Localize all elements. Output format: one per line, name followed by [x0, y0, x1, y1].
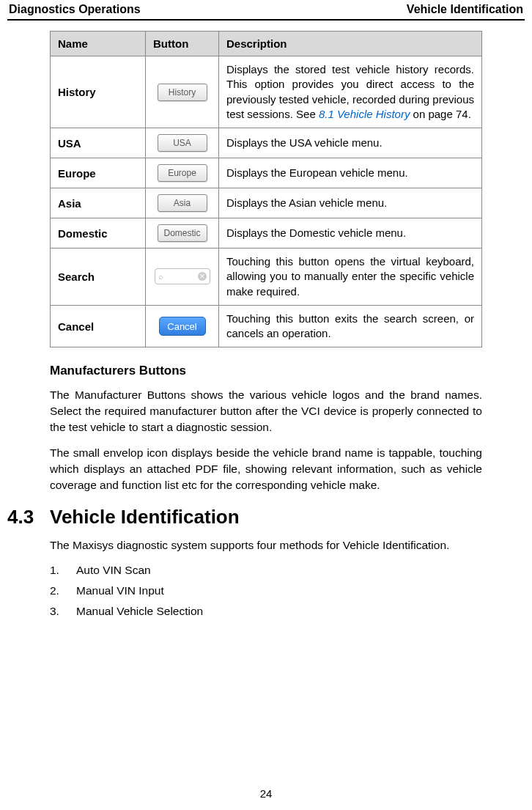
search-field-button[interactable]: ⌕✕	[155, 268, 210, 284]
section-title: Vehicle Identification	[50, 506, 240, 529]
vehicle-id-intro: The Maxisys diagnostic system supports f…	[50, 537, 482, 553]
list-item: 1.Auto VIN Scan	[50, 564, 482, 577]
row-button-cell: Europe	[146, 158, 219, 188]
list-item-text: Manual Vehicle Selection	[76, 605, 203, 618]
row-name: History	[51, 56, 146, 128]
asia-button[interactable]: Asia	[158, 194, 207, 212]
row-button-cell: Cancel	[146, 305, 219, 347]
manufacturers-paragraph-1: The Manufacturer Buttons shows the vario…	[50, 387, 482, 435]
usa-button[interactable]: USA	[158, 134, 207, 152]
row-name: Search	[51, 248, 146, 306]
list-item-text: Manual VIN Input	[76, 584, 164, 597]
table-row: EuropeEuropeDisplays the European vehicl…	[51, 158, 482, 188]
row-description: Touching this button opens the virtual k…	[219, 248, 482, 306]
row-description: Displays the Domestic vehicle menu.	[219, 218, 482, 248]
row-description: Displays the Asian vehicle menu.	[219, 188, 482, 218]
list-item: 2.Manual VIN Input	[50, 584, 482, 597]
table-header-row: Name Button Description	[51, 32, 482, 56]
row-button-cell: ⌕✕	[146, 248, 219, 306]
row-button-cell: History	[146, 56, 219, 128]
row-description: Displays the European vehicle menu.	[219, 158, 482, 188]
section-heading: 4.3 Vehicle Identification	[7, 506, 482, 529]
row-name: Cancel	[51, 305, 146, 347]
row-description: Displays the stored test vehicle history…	[219, 56, 482, 128]
table-row: HistoryHistoryDisplays the stored test v…	[51, 56, 482, 128]
list-item-number: 2.	[50, 584, 76, 597]
row-name: Europe	[51, 158, 146, 188]
list-item-text: Auto VIN Scan	[76, 564, 151, 577]
row-description: Displays the USA vehicle menu.	[219, 128, 482, 158]
domestic-button[interactable]: Domestic	[158, 224, 207, 242]
list-item-number: 3.	[50, 605, 76, 618]
th-description: Description	[219, 32, 482, 56]
table-row: DomesticDomesticDisplays the Domestic ve…	[51, 218, 482, 248]
identification-methods-list: 1.Auto VIN Scan2.Manual VIN Input3.Manua…	[50, 564, 482, 618]
search-icon: ⌕	[158, 272, 163, 281]
manufacturers-paragraph-2: The small envelop icon displays beside t…	[50, 445, 482, 493]
list-item-number: 1.	[50, 564, 76, 577]
table-row: USAUSADisplays the USA vehicle menu.	[51, 128, 482, 158]
page-number: 24	[0, 787, 532, 800]
europe-button[interactable]: Europe	[158, 164, 207, 182]
table-row: CancelCancelTouching this button exits t…	[51, 305, 482, 347]
header-left: Diagnostics Operations	[9, 3, 141, 16]
row-name: Domestic	[51, 218, 146, 248]
row-button-cell: Asia	[146, 188, 219, 218]
buttons-table: Name Button Description HistoryHistoryDi…	[50, 31, 482, 347]
table-row: AsiaAsiaDisplays the Asian vehicle menu.	[51, 188, 482, 218]
table-row: Search⌕✕Touching this button opens the v…	[51, 248, 482, 306]
row-name: USA	[51, 128, 146, 158]
th-button: Button	[146, 32, 219, 56]
cross-reference-link[interactable]: 8.1 Vehicle History	[319, 108, 410, 120]
row-name: Asia	[51, 188, 146, 218]
list-item: 3.Manual Vehicle Selection	[50, 605, 482, 618]
clear-icon: ✕	[198, 272, 207, 281]
history-button[interactable]: History	[158, 84, 207, 101]
manufacturers-buttons-heading: Manufacturers Buttons	[50, 364, 482, 378]
cancel-button[interactable]: Cancel	[159, 317, 206, 336]
section-number: 4.3	[7, 506, 50, 529]
page-header: Diagnostics Operations Vehicle Identific…	[7, 0, 525, 21]
th-name: Name	[51, 32, 146, 56]
row-button-cell: USA	[146, 128, 219, 158]
header-right: Vehicle Identification	[407, 3, 523, 16]
row-button-cell: Domestic	[146, 218, 219, 248]
row-description: Touching this button exits the search sc…	[219, 305, 482, 347]
